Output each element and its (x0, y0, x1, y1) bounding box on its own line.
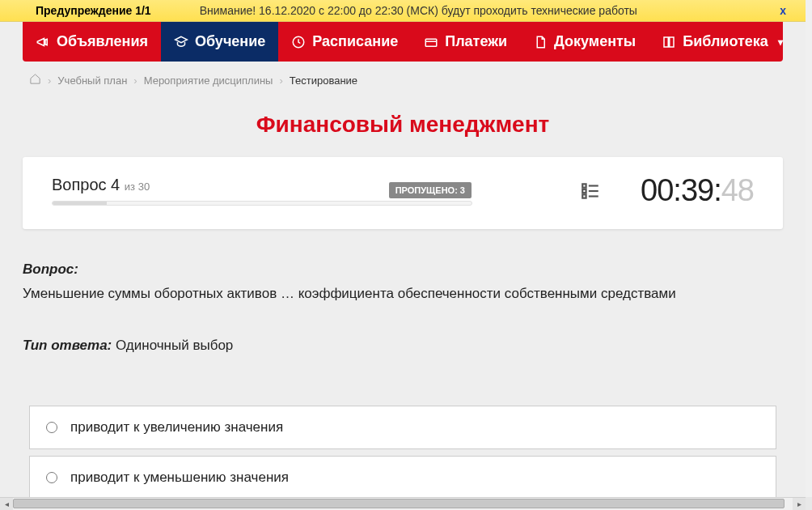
svg-rect-4 (582, 194, 586, 198)
question-list-button[interactable] (579, 180, 602, 202)
svg-rect-3 (582, 189, 586, 192)
chevron-right-icon: › (133, 74, 137, 87)
main-nav: Объявления Обучение Расписание Платежи Д… (23, 22, 783, 62)
chevron-right-icon: › (279, 74, 282, 87)
nav-label: Платежи (445, 33, 507, 50)
option-radio[interactable] (46, 472, 57, 483)
nav-label: Документы (554, 33, 636, 50)
book-icon (662, 35, 676, 49)
option-row[interactable]: приводит к уменьшению значения (29, 456, 776, 497)
alert-text: Внимание! 16.12.2020 с 22:00 до 22:30 (М… (200, 4, 637, 17)
megaphone-icon (36, 35, 50, 49)
close-icon[interactable]: x (780, 4, 786, 17)
nav-library[interactable]: Библиотека ▾ (649, 22, 796, 62)
breadcrumb-current: Тестирование (290, 74, 357, 87)
option-radio[interactable] (46, 422, 57, 433)
nav-label: Обучение (195, 33, 265, 50)
options-list: приводит к увеличению значения приводит … (23, 406, 783, 497)
document-icon (533, 35, 548, 49)
vertical-scrollbar[interactable] (806, 0, 812, 497)
breadcrumb-link[interactable]: Учебный план (57, 74, 127, 87)
nav-payments[interactable]: Платежи (411, 22, 520, 62)
breadcrumb-link[interactable]: Мероприятие дисциплины (144, 74, 273, 87)
question-text: Уменьшение суммы оборотных активов … коэ… (23, 286, 783, 302)
svg-rect-2 (582, 184, 586, 187)
page-title: Финансовый менеджмент (0, 112, 806, 138)
nav-label: Объявления (57, 33, 148, 50)
nav-education[interactable]: Обучение (161, 22, 278, 62)
chevron-down-icon: ▾ (778, 36, 783, 48)
skipped-badge: ПРОПУЩЕНО: 3 (389, 182, 472, 198)
nav-label: Расписание (312, 33, 398, 50)
progress-fill (53, 202, 107, 205)
svg-rect-1 (425, 39, 437, 46)
scroll-right-icon[interactable]: ▸ (793, 498, 806, 511)
question-counter: Вопрос 4 из 30 (52, 176, 560, 194)
warning-banner: Предупреждение 1/1 Внимание! 16.12.2020 … (0, 0, 806, 22)
nav-label: Библиотека (683, 33, 768, 50)
answer-type: Тип ответа: Одиночный выбор (23, 338, 783, 354)
payment-icon (424, 35, 438, 49)
question-label: Вопрос: (23, 261, 783, 278)
question-panel: Вопрос 4 из 30 ПРОПУЩЕНО: 3 00:39:48 (23, 157, 783, 229)
chevron-right-icon: › (48, 74, 51, 87)
alert-title: Предупреждение 1/1 (36, 4, 151, 17)
home-icon[interactable] (29, 73, 41, 87)
scroll-thumb[interactable] (13, 499, 785, 508)
scroll-left-icon[interactable]: ◂ (0, 498, 13, 511)
clock-icon (291, 35, 306, 49)
progress-bar: ПРОПУЩЕНО: 3 (52, 201, 472, 206)
breadcrumb: › Учебный план › Мероприятие дисциплины … (0, 62, 806, 99)
education-icon (174, 35, 188, 49)
timer: 00:39:48 (641, 173, 754, 208)
nav-announcements[interactable]: Объявления (23, 22, 161, 62)
nav-schedule[interactable]: Расписание (278, 22, 411, 62)
option-label: приводит к увеличению значения (70, 419, 283, 436)
option-label: приводит к уменьшению значения (70, 470, 289, 486)
option-row[interactable]: приводит к увеличению значения (29, 406, 776, 449)
nav-documents[interactable]: Документы (520, 22, 649, 62)
horizontal-scrollbar[interactable]: ◂ ▸ (0, 497, 806, 510)
